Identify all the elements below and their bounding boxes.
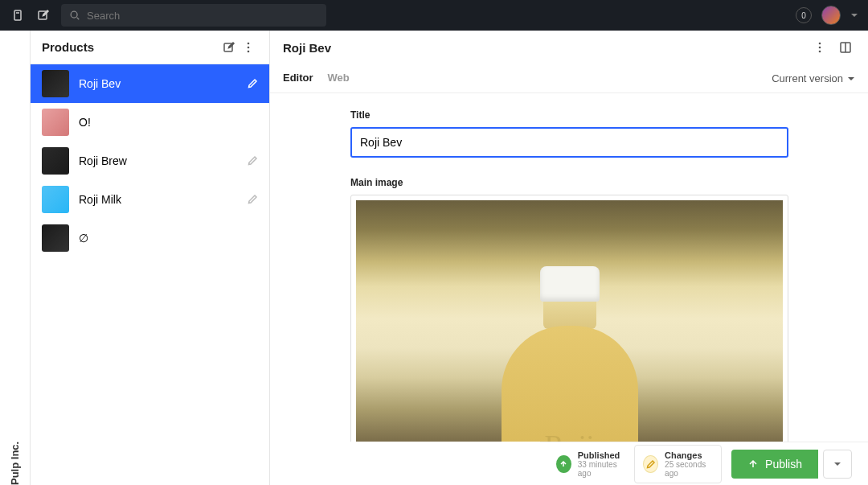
product-thumbnail xyxy=(42,147,69,175)
svg-point-4 xyxy=(248,42,250,44)
search-icon xyxy=(69,10,80,21)
published-label: Published xyxy=(578,450,624,460)
svg-point-7 xyxy=(819,43,821,45)
org-strip: Pulp Inc. xyxy=(0,31,31,485)
search-box[interactable] xyxy=(61,4,326,27)
product-name: O! xyxy=(79,116,237,129)
topbar: 0 xyxy=(0,0,868,31)
product-thumbnail xyxy=(42,186,69,213)
publish-button[interactable]: Publish xyxy=(731,450,818,479)
svg-point-5 xyxy=(248,46,250,48)
svg-point-6 xyxy=(248,50,250,52)
document-panel: Roji Bev EditorWeb Current version Title… xyxy=(270,31,868,485)
chevron-down-icon xyxy=(847,75,855,83)
split-pane-button[interactable] xyxy=(836,38,855,57)
product-name: Roji Brew xyxy=(79,154,237,167)
product-thumbnail xyxy=(42,109,69,136)
document-footer: Published 33 minutes ago Changes 25 seco… xyxy=(540,442,868,485)
main-image-preview: Roji xyxy=(356,200,783,442)
notification-badge[interactable]: 0 xyxy=(796,7,812,23)
svg-point-9 xyxy=(819,51,821,53)
published-status: Published 33 minutes ago xyxy=(556,450,624,478)
changes-status[interactable]: Changes 25 seconds ago xyxy=(634,445,722,483)
user-avatar[interactable] xyxy=(821,6,841,25)
svg-point-2 xyxy=(71,11,77,18)
product-thumbnail xyxy=(42,224,69,252)
main-image-label: Main image xyxy=(350,177,855,188)
chevron-down-icon[interactable] xyxy=(850,11,858,19)
product-item[interactable]: O! xyxy=(31,103,269,142)
product-item[interactable]: Roji Brew xyxy=(31,142,269,180)
more-menu-button[interactable] xyxy=(239,38,258,57)
product-list: Roji BevO!Roji BrewRoji Milk∅ xyxy=(31,64,269,485)
search-input[interactable] xyxy=(87,10,318,22)
new-document-button[interactable] xyxy=(219,38,239,57)
svg-rect-0 xyxy=(14,10,21,20)
compose-icon[interactable] xyxy=(35,7,51,23)
edit-icon[interactable] xyxy=(247,155,258,166)
edit-icon[interactable] xyxy=(247,78,258,89)
version-label: Current version xyxy=(772,72,843,84)
published-time: 33 minutes ago xyxy=(578,460,624,478)
product-item[interactable]: Roji Milk xyxy=(31,180,269,219)
product-name: Roji Bev xyxy=(79,77,237,90)
published-icon xyxy=(556,455,571,473)
edit-icon[interactable] xyxy=(247,194,258,205)
product-name: ∅ xyxy=(79,232,237,245)
org-name[interactable]: Pulp Inc. xyxy=(9,42,21,485)
title-field-label: Title xyxy=(350,109,855,121)
publish-button-label: Publish xyxy=(765,458,802,471)
changes-icon xyxy=(643,455,658,473)
main-image-field[interactable]: Roji xyxy=(350,195,788,442)
svg-point-8 xyxy=(819,47,821,49)
changes-time: 25 seconds ago xyxy=(665,460,713,478)
title-input[interactable] xyxy=(350,127,788,158)
product-thumbnail xyxy=(42,70,69,97)
document-more-button[interactable] xyxy=(810,38,829,57)
publish-more-button[interactable] xyxy=(823,450,852,479)
document-title: Roji Bev xyxy=(283,41,810,55)
upload-icon xyxy=(747,458,759,470)
tab-editor[interactable]: Editor xyxy=(283,72,313,85)
tab-web[interactable]: Web xyxy=(328,72,350,85)
home-icon[interactable] xyxy=(10,7,26,23)
products-panel: Products Roji BevO!Roji BrewRoji Milk∅ xyxy=(31,31,270,485)
product-item[interactable]: Roji Bev xyxy=(31,64,269,103)
changes-label: Changes xyxy=(665,450,713,460)
product-name: Roji Milk xyxy=(79,193,237,206)
product-item[interactable]: ∅ xyxy=(31,219,269,257)
products-heading: Products xyxy=(42,40,219,54)
version-selector[interactable]: Current version xyxy=(772,72,855,84)
